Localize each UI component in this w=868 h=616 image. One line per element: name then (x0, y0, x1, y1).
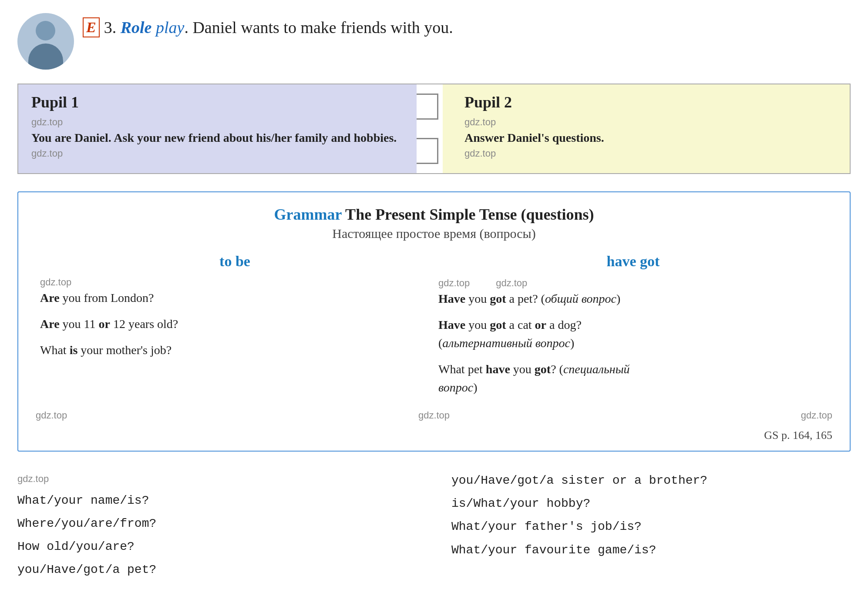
pupil2-watermark1: gdz.top (464, 117, 837, 128)
grammar-title: Grammar The Present Simple Tense (questi… (36, 205, 832, 224)
roleplay-table: Pupil 1 gdz.top You are Daniel. Ask your… (17, 84, 851, 174)
ex-line-2: Where/you/are/from? (17, 512, 417, 535)
header-section: E 3. Role play. Daniel wants to make fri… (17, 13, 851, 70)
col2-watermark1: gdz.top (438, 278, 470, 289)
grammar-row-2: Are you 11 or 12 years old? (40, 315, 430, 333)
grammar-wm-bottom1: gdz.top (36, 410, 67, 421)
bracket-top (417, 94, 438, 120)
grammar-wm-bottom2: gdz.top (418, 410, 450, 421)
section-icon: E (83, 17, 100, 37)
grammar-wm-bottom3: gdz.top (801, 410, 832, 421)
col2-watermark2: gdz.top (496, 278, 527, 289)
grammar-row-4: Have you got a pet? (общий вопрос) (438, 290, 828, 308)
pupil2-watermark2: gdz.top (464, 148, 837, 159)
grammar-title-rest: The Present Simple Tense (questions) (342, 206, 594, 223)
grammar-row-3: What is your mother's job? (40, 341, 430, 359)
ex-line-6: is/What/your hobby? (451, 492, 851, 515)
ex-line-5: you/Have/got/a sister or a brother? (451, 469, 851, 492)
col2-heading: have got (438, 253, 828, 270)
grammar-row-6: What pet have you got? (специальныйвопро… (438, 360, 828, 397)
ex-line-7: What/your father's job/is? (451, 515, 851, 538)
pupil1-watermark1: gdz.top (31, 117, 404, 128)
pupil2-body: Answer Daniel's questions. (464, 129, 837, 147)
title-role: Role (121, 18, 152, 37)
col1-watermark1: gdz.top (40, 277, 430, 288)
pupil1-body: You are Daniel. Ask your new friend abou… (31, 129, 404, 147)
exercise-col1: gdz.top What/your name/is? Where/you/are… (17, 469, 417, 582)
exercise-col2: you/Have/got/a sister or a brother? is/W… (451, 469, 851, 582)
title-desc: . Daniel wants to make friends with you. (184, 18, 453, 37)
ex-line-8: What/your favourite game/is? (451, 539, 851, 562)
pupil1-heading: Pupil 1 (31, 93, 404, 111)
grammar-col-tobe: to be gdz.top Are you from London? Are y… (36, 253, 434, 405)
exercises-section: gdz.top What/your name/is? Where/you/are… (17, 469, 851, 582)
section-title: 3. Role play. Daniel wants to make frien… (104, 18, 453, 37)
title-area: E 3. Role play. Daniel wants to make fri… (83, 13, 851, 37)
ex-line-3: How old/you/are? (17, 535, 417, 558)
pupil2-section: Pupil 2 gdz.top Answer Daniel's question… (443, 84, 850, 173)
ex-line-1: What/your name/is? (17, 489, 417, 512)
grammar-col-havegot: have got gdz.top gdz.top Have you got a … (434, 253, 832, 405)
grammar-box: Grammar The Present Simple Tense (questi… (17, 191, 851, 452)
grammar-row-1: Are you from London? (40, 289, 430, 307)
connector (417, 84, 443, 173)
ex-line-4: you/Have/got/a pet? (17, 558, 417, 581)
pupil2-heading: Pupil 2 (464, 93, 837, 111)
gs-ref: GS p. 164, 165 (36, 429, 832, 442)
grammar-subtitle: Настоящее простое время (вопросы) (36, 226, 832, 241)
grammar-word: Grammar (274, 206, 341, 223)
col1-heading: to be (40, 253, 430, 270)
pupil1-watermark2: gdz.top (31, 148, 404, 159)
section-number: 3. (104, 18, 117, 37)
bracket-bottom (417, 138, 438, 164)
grammar-columns: to be gdz.top Are you from London? Are y… (36, 253, 832, 405)
title-play: play (151, 18, 184, 37)
ex-col1-watermark: gdz.top (17, 470, 417, 488)
grammar-row-5: Have you got a cat or a dog? (альтернати… (438, 316, 828, 352)
pupil1-section: Pupil 1 gdz.top You are Daniel. Ask your… (18, 84, 417, 173)
avatar (17, 13, 74, 70)
